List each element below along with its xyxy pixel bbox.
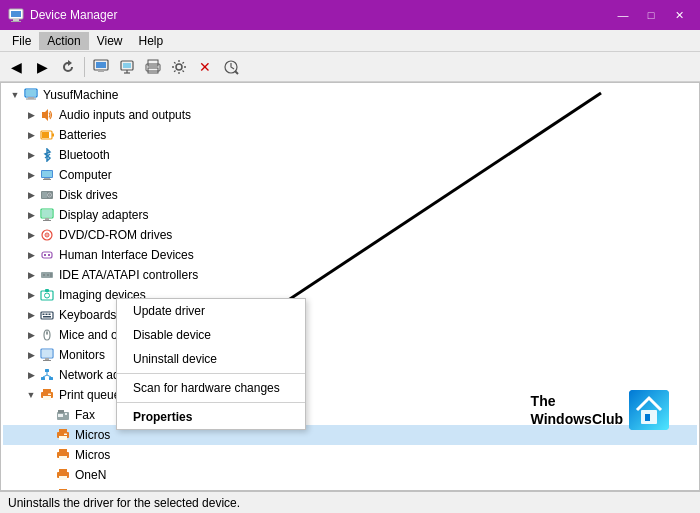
svg-rect-46 bbox=[41, 291, 53, 300]
expand-keyboards[interactable]: ▶ bbox=[23, 307, 39, 323]
bluetooth-label: Bluetooth bbox=[59, 148, 110, 162]
status-text: Uninstalls the driver for the selected d… bbox=[8, 496, 240, 510]
svg-rect-34 bbox=[45, 218, 49, 220]
network-icon bbox=[39, 367, 55, 383]
svg-point-14 bbox=[176, 64, 182, 70]
tree-ms-xps[interactable]: ▶ Micros bbox=[3, 445, 697, 465]
svg-rect-50 bbox=[43, 314, 45, 316]
maximize-button[interactable]: □ bbox=[638, 5, 664, 25]
svg-rect-77 bbox=[64, 434, 67, 436]
keyboards-label: Keyboards bbox=[59, 308, 116, 322]
menu-action[interactable]: Action bbox=[39, 32, 88, 50]
toolbar-remove[interactable]: ✕ bbox=[193, 55, 217, 79]
expand-icon[interactable]: ▼ bbox=[7, 87, 23, 103]
toolbar-refresh[interactable] bbox=[56, 55, 80, 79]
svg-point-47 bbox=[45, 293, 50, 298]
tree-root-print[interactable]: ▶ Root bbox=[3, 485, 697, 490]
toolbar-scan[interactable] bbox=[219, 55, 243, 79]
svg-rect-39 bbox=[42, 252, 52, 258]
tree-bluetooth[interactable]: ▶ Bluetooth bbox=[3, 145, 697, 165]
expand-audio[interactable]: ▶ bbox=[23, 107, 39, 123]
expand-dvd[interactable]: ▶ bbox=[23, 227, 39, 243]
svg-rect-43 bbox=[43, 274, 45, 276]
expand-network[interactable]: ▶ bbox=[23, 367, 39, 383]
svg-rect-107 bbox=[645, 414, 650, 421]
expand-mice[interactable]: ▶ bbox=[23, 327, 39, 343]
svg-rect-60 bbox=[45, 369, 49, 372]
hid-label: Human Interface Devices bbox=[59, 248, 194, 262]
svg-rect-2 bbox=[13, 19, 19, 21]
tree-computer[interactable]: ▶ Computer bbox=[3, 165, 697, 185]
expand-disk[interactable]: ▶ bbox=[23, 187, 39, 203]
svg-rect-25 bbox=[42, 171, 52, 177]
printer-root-icon bbox=[55, 487, 71, 490]
ms-print-pdf-label: Micros bbox=[75, 428, 110, 442]
svg-rect-1 bbox=[11, 11, 21, 17]
svg-rect-62 bbox=[49, 377, 53, 380]
menu-file[interactable]: File bbox=[4, 32, 39, 50]
svg-point-38 bbox=[46, 234, 48, 236]
toolbar-forward[interactable]: ▶ bbox=[30, 55, 54, 79]
expand-computer[interactable]: ▶ bbox=[23, 167, 39, 183]
toolbar-print[interactable] bbox=[141, 55, 165, 79]
context-disable-device[interactable]: Disable device bbox=[117, 323, 305, 347]
expand-imaging[interactable]: ▶ bbox=[23, 287, 39, 303]
display-icon bbox=[39, 207, 55, 223]
svg-rect-45 bbox=[50, 273, 52, 277]
printer-onenote-icon bbox=[55, 467, 71, 483]
expand-ide[interactable]: ▶ bbox=[23, 267, 39, 283]
expand-bluetooth[interactable]: ▶ bbox=[23, 147, 39, 163]
expand-print[interactable]: ▼ bbox=[23, 387, 39, 403]
printer-xps-icon bbox=[55, 447, 71, 463]
main-content: ▼ YusufMachine ▶ Audio in bbox=[0, 82, 700, 491]
status-bar: Uninstalls the driver for the selected d… bbox=[0, 491, 700, 513]
monitor-icon bbox=[39, 347, 55, 363]
tree-mice[interactable]: ▶ Mice and other pointing devices bbox=[3, 325, 697, 345]
ide-label: IDE ATA/ATAPI controllers bbox=[59, 268, 198, 282]
close-button[interactable]: ✕ bbox=[666, 5, 692, 25]
svg-rect-8 bbox=[123, 63, 131, 68]
expand-display[interactable]: ▶ bbox=[23, 207, 39, 223]
svg-point-31 bbox=[49, 195, 50, 196]
svg-rect-23 bbox=[42, 132, 49, 138]
toolbar-properties[interactable] bbox=[89, 55, 113, 79]
toolbar-back[interactable]: ◀ bbox=[4, 55, 28, 79]
tree-dvd[interactable]: ▶ DVD/CD-ROM drives bbox=[3, 225, 697, 245]
disk-label: Disk drives bbox=[59, 188, 118, 202]
context-scan-hardware[interactable]: Scan for hardware changes bbox=[117, 376, 305, 400]
tree-network[interactable]: ▶ Network adapters bbox=[3, 365, 697, 385]
context-properties[interactable]: Properties bbox=[117, 405, 305, 429]
context-uninstall-device[interactable]: Uninstall device bbox=[117, 347, 305, 371]
expand-hid[interactable]: ▶ bbox=[23, 247, 39, 263]
svg-rect-73 bbox=[58, 410, 64, 413]
tree-display[interactable]: ▶ Display adapters bbox=[3, 205, 697, 225]
expand-batteries[interactable]: ▶ bbox=[23, 127, 39, 143]
tree-disk[interactable]: ▶ Disk drives bbox=[3, 185, 697, 205]
svg-marker-20 bbox=[42, 109, 48, 121]
tree-monitors[interactable]: ▶ Monitors bbox=[3, 345, 697, 365]
tree-keyboards[interactable]: ▶ Keyboards bbox=[3, 305, 697, 325]
svg-rect-18 bbox=[28, 97, 34, 99]
tree-onenote[interactable]: ▶ OneN bbox=[3, 465, 697, 485]
title-bar-title: Device Manager bbox=[30, 8, 610, 22]
tree-hid[interactable]: ▶ Human Interface Devices bbox=[3, 245, 697, 265]
toolbar-settings[interactable] bbox=[167, 55, 191, 79]
expand-monitors[interactable]: ▶ bbox=[23, 347, 39, 363]
tree-ide[interactable]: ▶ IDE ATA/ATAPI controllers bbox=[3, 265, 697, 285]
ide-icon bbox=[39, 267, 55, 283]
svg-rect-11 bbox=[148, 60, 158, 66]
minimize-button[interactable]: — bbox=[610, 5, 636, 25]
tree-batteries[interactable]: ▶ Batteries bbox=[3, 125, 697, 145]
tree-imaging[interactable]: ▶ Imaging devices bbox=[3, 285, 697, 305]
context-update-driver[interactable]: Update driver bbox=[117, 299, 305, 323]
toolbar-display-devices[interactable] bbox=[115, 55, 139, 79]
toolbar: ◀ ▶ ✕ bbox=[0, 52, 700, 82]
tree-root[interactable]: ▼ YusufMachine bbox=[3, 85, 697, 105]
svg-rect-49 bbox=[41, 312, 53, 319]
menu-help[interactable]: Help bbox=[131, 32, 172, 50]
tree-audio[interactable]: ▶ Audio inputs and outputs bbox=[3, 105, 697, 125]
menu-view[interactable]: View bbox=[89, 32, 131, 50]
brand-logo bbox=[629, 390, 669, 430]
menu-bar: File Action View Help bbox=[0, 30, 700, 52]
svg-line-65 bbox=[47, 375, 51, 377]
